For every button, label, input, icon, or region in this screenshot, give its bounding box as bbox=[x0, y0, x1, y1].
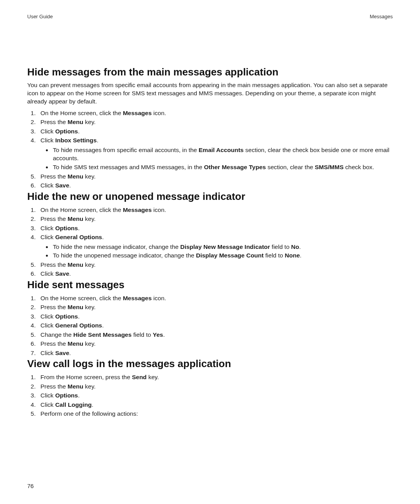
steps-list: On the Home screen, click the Messages i… bbox=[27, 206, 393, 278]
section-heading: Hide messages from the main messages app… bbox=[27, 66, 393, 78]
bold-term: Call Logging bbox=[55, 401, 92, 408]
bullet-item: To hide SMS text messages and MMS messag… bbox=[52, 163, 393, 172]
step-item: From the Home screen, press the Send key… bbox=[37, 373, 393, 382]
section-heading: Hide the new or unopened message indicat… bbox=[27, 191, 393, 203]
bold-term: Menu bbox=[68, 340, 83, 347]
sub-bullets: To hide the new message indicator, chang… bbox=[40, 243, 393, 260]
bold-term: Messages bbox=[123, 206, 152, 213]
step-item: Press the Menu key. bbox=[37, 215, 393, 223]
bullet-item: To hide messages from specific email acc… bbox=[52, 146, 393, 163]
step-item: Press the Menu key. bbox=[37, 261, 393, 269]
step-item: Click General Options.To hide the new me… bbox=[37, 233, 393, 260]
bold-term: Options bbox=[55, 313, 78, 320]
section-heading: View call logs in the messages applicati… bbox=[27, 358, 393, 370]
step-item: Click Save. bbox=[37, 181, 393, 190]
bold-term: SMS/MMS bbox=[315, 164, 343, 170]
step-item: Perform one of the following actions: bbox=[37, 410, 393, 418]
steps-list: On the Home screen, click the Messages i… bbox=[27, 109, 393, 190]
steps-list: From the Home screen, press the Send key… bbox=[27, 373, 393, 418]
bold-term: Options bbox=[55, 225, 78, 231]
bold-term: Hide Sent Messages bbox=[73, 331, 131, 338]
bold-term: Messages bbox=[123, 295, 152, 301]
bold-term: Menu bbox=[68, 304, 83, 310]
bold-term: Menu bbox=[68, 173, 83, 180]
bold-term: General Options bbox=[55, 322, 102, 329]
bold-term: Display Message Count bbox=[196, 252, 264, 259]
step-item: Click General Options. bbox=[37, 321, 393, 330]
step-item: Press the Menu key. bbox=[37, 118, 393, 126]
bold-term: Menu bbox=[68, 119, 83, 125]
bold-term: None bbox=[285, 252, 300, 259]
step-item: Click Save. bbox=[37, 349, 393, 357]
steps-list: On the Home screen, click the Messages i… bbox=[27, 294, 393, 357]
bold-term: Options bbox=[55, 392, 78, 399]
header-left: User Guide bbox=[27, 14, 53, 19]
step-item: On the Home screen, click the Messages i… bbox=[37, 206, 393, 214]
step-item: Press the Menu key. bbox=[37, 303, 393, 312]
step-item: Click Call Logging. bbox=[37, 401, 393, 409]
bold-term: Options bbox=[55, 128, 78, 135]
step-item: Click Inbox Settings.To hide messages fr… bbox=[37, 136, 393, 172]
bold-term: Inbox Settings bbox=[55, 137, 97, 144]
step-item: Press the Menu key. bbox=[37, 382, 393, 391]
section-heading: Hide sent messages bbox=[27, 279, 393, 291]
section-intro: You can prevent messages from specific e… bbox=[27, 81, 393, 106]
page: User Guide Messages Hide messages from t… bbox=[0, 0, 420, 504]
step-item: On the Home screen, click the Messages i… bbox=[37, 109, 393, 117]
bold-term: Email Accounts bbox=[199, 147, 244, 153]
bold-term: Menu bbox=[68, 383, 83, 390]
step-item: Click Save. bbox=[37, 270, 393, 278]
bold-term: Yes bbox=[153, 331, 163, 338]
bullet-item: To hide the new message indicator, chang… bbox=[52, 243, 393, 251]
step-item: Click Options. bbox=[37, 391, 393, 400]
bullet-item: To hide the unopened message indicator, … bbox=[52, 251, 393, 260]
bold-term: Save bbox=[55, 350, 69, 356]
step-item: On the Home screen, click the Messages i… bbox=[37, 294, 393, 303]
bold-term: Other Message Types bbox=[204, 164, 266, 170]
sub-bullets: To hide messages from specific email acc… bbox=[40, 146, 393, 172]
header-right: Messages bbox=[370, 14, 393, 19]
bold-term: Display New Message Indicator bbox=[180, 243, 270, 250]
bold-term: Save bbox=[55, 270, 69, 277]
step-item: Click Options. bbox=[37, 224, 393, 233]
step-item: Press the Menu key. bbox=[37, 340, 393, 348]
page-number: 76 bbox=[27, 483, 34, 489]
step-item: Change the Hide Sent Messages field to Y… bbox=[37, 331, 393, 339]
step-item: Click Options. bbox=[37, 127, 393, 136]
bold-term: Messages bbox=[123, 110, 152, 116]
page-header: User Guide Messages bbox=[27, 14, 393, 19]
step-item: Click Options. bbox=[37, 312, 393, 321]
bold-term: General Options bbox=[55, 234, 102, 240]
bold-term: Menu bbox=[68, 261, 83, 268]
bold-term: Send bbox=[132, 374, 147, 380]
bold-term: Menu bbox=[68, 215, 83, 222]
bold-term: Save bbox=[55, 182, 69, 189]
bold-term: No bbox=[291, 243, 299, 250]
step-item: Press the Menu key. bbox=[37, 172, 393, 181]
